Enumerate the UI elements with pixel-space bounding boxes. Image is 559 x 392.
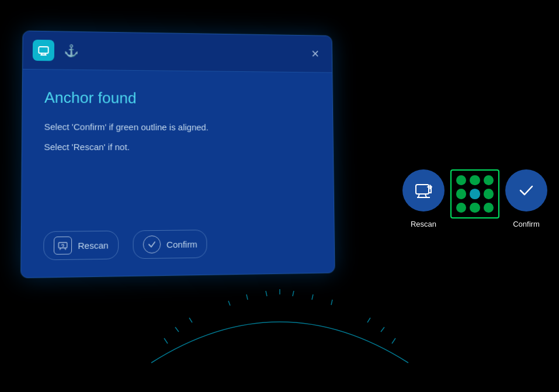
dialog-buttons: Rescan Confirm [43, 230, 207, 260]
svg-rect-5 [416, 185, 429, 194]
grid-dot-4 [456, 189, 466, 199]
svg-line-9 [228, 301, 230, 306]
svg-line-16 [367, 318, 370, 322]
grid-dot-7 [456, 203, 466, 213]
grid-dot-2 [470, 175, 480, 185]
dialog-text-2: Select 'Rescan' if not. [44, 140, 313, 154]
grid-dot-3 [484, 175, 494, 185]
confirm-control: Confirm [505, 169, 547, 228]
confirm-button-icon [143, 235, 161, 254]
display-icon [33, 40, 54, 61]
svg-line-11 [266, 291, 267, 296]
anchor-grid-control [450, 169, 499, 218]
grid-dot-center [470, 189, 480, 199]
grid-dot-1 [456, 175, 466, 185]
dialog-content: Anchor found Select 'Confirm' if green o… [22, 70, 334, 179]
gaze-arc [116, 269, 443, 374]
grid-dot-6 [484, 189, 494, 199]
dialog-title: Anchor found [44, 89, 313, 109]
svg-line-7 [175, 327, 179, 332]
rescan-button-label: Rescan [78, 240, 108, 251]
floating-controls: Rescan Confirm [402, 169, 547, 228]
rescan-button-icon [54, 237, 72, 255]
svg-line-6 [164, 338, 168, 344]
confirm-label: Confirm [513, 220, 540, 228]
svg-line-15 [331, 300, 332, 305]
controls-row: Rescan Confirm [402, 169, 547, 228]
svg-line-8 [189, 318, 192, 322]
svg-line-13 [293, 291, 294, 296]
title-bar: ⚓ ✕ [23, 31, 332, 72]
svg-rect-0 [39, 47, 48, 53]
rescan-circle-button[interactable] [402, 169, 445, 211]
svg-line-10 [246, 294, 248, 300]
confirm-button-label: Confirm [166, 239, 197, 249]
grid-dot-9 [484, 203, 494, 213]
anchor-dialog: ⚓ ✕ Anchor found Select 'Confirm' if gre… [20, 30, 335, 278]
confirm-circle-button[interactable] [505, 169, 547, 211]
svg-line-18 [392, 338, 395, 344]
close-button[interactable]: ✕ [307, 46, 323, 62]
confirm-button[interactable]: Confirm [133, 230, 207, 259]
dialog-text-1: Select 'Confirm' if green outline is ali… [44, 120, 313, 134]
svg-line-17 [381, 327, 384, 332]
rescan-control: Rescan [402, 169, 445, 228]
anchor-grid [450, 169, 499, 218]
rescan-label: Rescan [411, 220, 436, 228]
anchor-icon: ⚓ [64, 44, 79, 58]
rescan-button[interactable]: Rescan [43, 231, 119, 261]
svg-line-14 [312, 294, 313, 300]
grid-dot-8 [470, 203, 480, 213]
